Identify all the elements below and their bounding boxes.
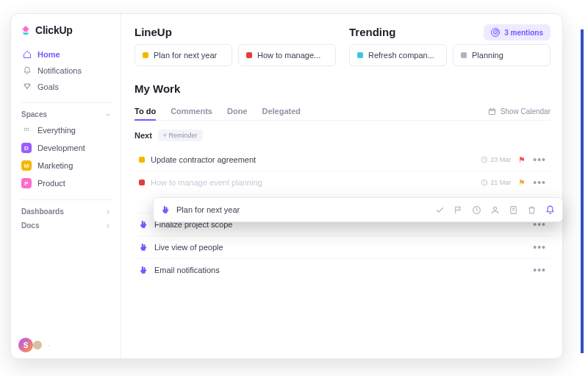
lineup-heading: LineUp <box>135 26 336 38</box>
user-avatar-stack[interactable]: · <box>18 338 50 352</box>
chevron-right-icon <box>104 222 112 230</box>
task-due-date: 21 Mar <box>481 179 511 186</box>
tab-comments[interactable]: Comments <box>171 102 212 120</box>
bell-icon[interactable] <box>545 205 555 215</box>
more-icon[interactable]: ••• <box>533 264 546 276</box>
card-label: Planning <box>472 51 503 60</box>
lineup-section: LineUp Plan for next year How to manage.… <box>135 26 336 66</box>
more-icon[interactable]: ••• <box>533 154 546 166</box>
more-icon[interactable]: ••• <box>533 177 546 188</box>
task-row[interactable]: Live view of people ••• <box>135 235 551 258</box>
grid-icon <box>21 125 32 135</box>
status-square <box>246 52 252 58</box>
task-hover-toolbar[interactable]: Plan for next year <box>153 197 563 222</box>
my-work-heading: My Work <box>135 82 551 95</box>
pointing-hand-icon <box>161 205 171 215</box>
card-label: Refresh compan... <box>368 51 434 60</box>
section-label: Spaces <box>21 110 47 118</box>
flag-icon[interactable] <box>453 205 463 215</box>
status-square <box>139 157 145 163</box>
show-calendar-button[interactable]: Show Calendar <box>488 107 551 116</box>
nav-goals[interactable]: Goals <box>20 79 113 95</box>
trash-icon[interactable] <box>527 205 537 215</box>
nav-label: Notifications <box>37 66 82 75</box>
tab-delegated[interactable]: Delegated <box>262 102 301 120</box>
move-icon[interactable] <box>509 205 518 215</box>
home-icon <box>23 50 32 59</box>
add-user-icon[interactable]: · <box>48 340 50 350</box>
flag-icon[interactable]: ⚑ <box>518 178 526 188</box>
lineup-card[interactable]: How to manage... <box>238 44 336 66</box>
toolbar-actions <box>435 205 555 215</box>
check-icon[interactable] <box>435 205 445 215</box>
more-icon[interactable]: ••• <box>533 241 546 253</box>
clock-icon[interactable] <box>472 205 481 215</box>
show-calendar-label: Show Calendar <box>501 107 551 116</box>
decorative-accent-bar <box>581 29 584 353</box>
app-window: ClickUp Home Notifications Goals Spaces <box>10 13 563 359</box>
dashboards-header[interactable]: Dashboards <box>20 199 113 219</box>
svg-point-0 <box>24 128 26 130</box>
pointing-hand-icon <box>139 220 148 230</box>
float-task-label: Plan for next year <box>176 205 240 214</box>
flag-icon[interactable]: ⚑ <box>518 155 526 165</box>
add-reminder-button[interactable]: + Reminder <box>158 130 203 141</box>
trending-card[interactable]: Planning <box>453 44 551 66</box>
task-label: How to manage event planning <box>151 178 262 187</box>
trending-card[interactable]: Refresh compan... <box>349 44 447 66</box>
card-label: Plan for next year <box>154 51 217 60</box>
svg-rect-6 <box>489 109 495 114</box>
docs-header[interactable]: Docs <box>20 219 113 233</box>
task-label: Email notifications <box>154 266 220 274</box>
my-work-tabs: To do Comments Done Delegated Show Calen… <box>135 102 551 121</box>
space-everything[interactable]: Everything <box>20 121 113 139</box>
status-square <box>357 52 363 58</box>
chevron-right-icon <box>104 208 112 216</box>
avatar <box>32 339 43 351</box>
logo-mark-icon <box>20 24 32 36</box>
svg-point-1 <box>26 128 27 130</box>
spaces-header[interactable]: Spaces <box>20 102 113 121</box>
task-row[interactable]: Email notifications ••• <box>135 258 551 281</box>
svg-point-5 <box>28 130 29 131</box>
trophy-icon <box>23 82 32 91</box>
nav-home[interactable]: Home <box>20 46 113 63</box>
svg-point-3 <box>24 130 26 131</box>
next-label: Next <box>135 131 152 140</box>
space-label: Marketing <box>37 161 73 170</box>
task-row[interactable]: Update contractor agreement 23 Mar ⚑ ••• <box>135 149 551 171</box>
space-label: Product <box>37 179 65 188</box>
tab-todo[interactable]: To do <box>135 102 156 120</box>
task-row[interactable]: How to manage event planning 21 Mar ⚑ ••… <box>135 171 551 194</box>
space-product[interactable]: P Product <box>20 174 113 192</box>
space-marketing[interactable]: M Marketing <box>20 157 113 174</box>
calendar-icon <box>488 107 496 116</box>
main-panel: 3 mentions LineUp Plan for next year How… <box>121 14 562 358</box>
avatar <box>18 338 33 352</box>
mentions-label: 3 mentions <box>504 29 543 37</box>
space-label: Everything <box>37 126 76 135</box>
space-badge: M <box>21 160 32 171</box>
app-logo[interactable]: ClickUp <box>20 24 113 36</box>
card-label: How to manage... <box>257 51 320 60</box>
mentions-pill[interactable]: 3 mentions <box>484 24 551 40</box>
chevron-down-icon <box>104 111 112 118</box>
pointing-hand-icon <box>139 266 148 275</box>
space-development[interactable]: D Development <box>20 139 113 157</box>
task-label: Update contractor agreement <box>151 155 256 164</box>
my-work-section: My Work To do Comments Done Delegated Sh… <box>135 82 551 281</box>
svg-point-10 <box>493 207 496 210</box>
user-icon[interactable] <box>490 205 500 215</box>
sidebar: ClickUp Home Notifications Goals Spaces <box>11 14 121 358</box>
task-label: Live view of people <box>154 243 223 252</box>
space-badge: P <box>21 178 32 188</box>
nav-notifications[interactable]: Notifications <box>20 63 113 79</box>
lineup-card[interactable]: Plan for next year <box>135 44 232 66</box>
svg-point-2 <box>28 128 29 130</box>
task-due-date: 23 Mar <box>481 156 511 163</box>
tab-done[interactable]: Done <box>227 102 248 120</box>
status-square <box>461 52 467 58</box>
nav-label: Goals <box>37 82 59 91</box>
svg-point-4 <box>26 130 27 131</box>
app-name: ClickUp <box>35 24 73 36</box>
